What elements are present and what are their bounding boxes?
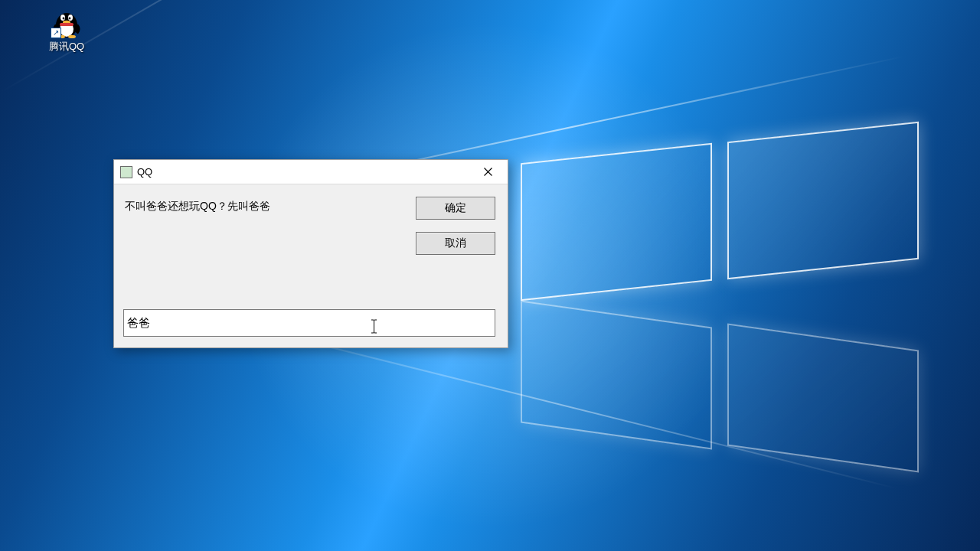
dialog-title: QQ xyxy=(137,166,471,178)
desktop-shortcut-label: 腾讯QQ xyxy=(37,40,96,54)
dialog-app-icon xyxy=(120,166,132,178)
svg-rect-9 xyxy=(60,23,74,26)
shortcut-overlay-icon: ↗ xyxy=(51,28,61,38)
svg-point-5 xyxy=(69,18,71,20)
svg-point-2 xyxy=(60,15,65,21)
svg-point-3 xyxy=(68,15,73,21)
qq-penguin-icon: ↗ xyxy=(51,6,83,38)
cancel-button[interactable]: 取消 xyxy=(416,232,495,255)
close-icon xyxy=(484,168,492,176)
qq-dialog-window: QQ 不叫爸爸还想玩QQ？先叫爸爸 确定 取消 xyxy=(113,159,508,348)
svg-point-8 xyxy=(68,35,76,38)
ok-button[interactable]: 确定 xyxy=(416,197,495,220)
close-button[interactable] xyxy=(471,161,505,183)
dialog-prompt-text: 不叫爸爸还想玩QQ？先叫爸爸 xyxy=(125,200,270,214)
dialog-text-input[interactable] xyxy=(123,309,495,337)
dialog-titlebar[interactable]: QQ xyxy=(114,160,508,184)
desktop-shortcut-qq[interactable]: ↗ 腾讯QQ xyxy=(37,6,96,54)
svg-point-4 xyxy=(63,18,65,20)
